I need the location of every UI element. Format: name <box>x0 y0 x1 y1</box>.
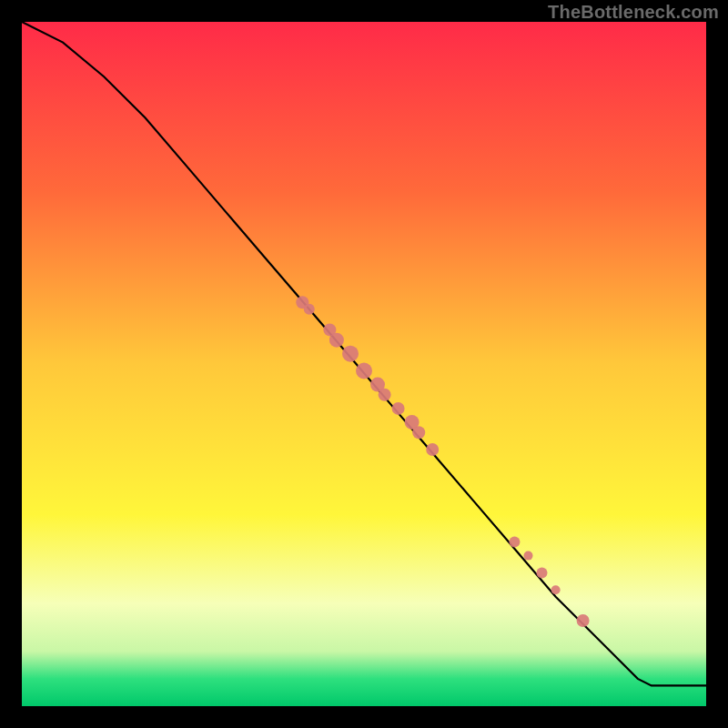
watermark-text: TheBottleneck.com <box>548 2 719 23</box>
data-point <box>509 537 520 548</box>
data-point <box>412 426 425 439</box>
data-point <box>426 443 439 456</box>
data-point <box>524 551 533 561</box>
frame-bottom <box>0 706 728 728</box>
data-point <box>304 304 315 315</box>
chart-container: TheBottleneck.com <box>0 0 728 728</box>
data-point <box>537 567 548 578</box>
frame-right <box>706 0 728 728</box>
data-point <box>329 333 344 348</box>
data-point <box>379 389 391 401</box>
data-point <box>342 346 359 362</box>
chart-svg <box>0 0 728 728</box>
data-point <box>551 585 561 594</box>
data-point <box>577 614 590 627</box>
data-point <box>356 363 372 379</box>
data-point <box>392 402 405 415</box>
frame-left <box>0 0 22 728</box>
